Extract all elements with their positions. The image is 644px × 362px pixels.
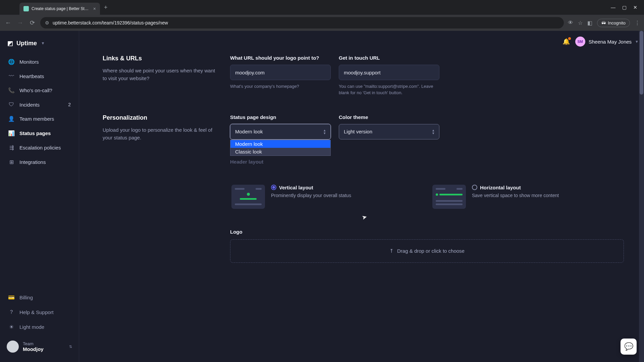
horizontal-layout-desc: Save vertical space to show more content [472,192,623,199]
back-button[interactable]: ← [4,19,12,26]
sidebar-item-label: Light mode [19,324,44,330]
sidebar-item-lightmode[interactable]: ☀Light mode [4,320,75,334]
sidebar-item-label: Team members [19,116,54,122]
url-text: uptime.betterstack.com/team/192396/statu… [53,20,168,25]
site-settings-icon[interactable]: ⚙ [45,20,49,25]
team-switcher[interactable]: Team Moodjoy ⇅ [4,337,75,356]
intercom-widget[interactable]: 💬 [621,339,637,355]
sidebar-item-monitors[interactable]: 🌐Monitors [4,55,75,69]
sidebar-item-heartbeats[interactable]: 〰Heartbeats [4,69,75,83]
horizontal-layout-thumb [432,185,466,209]
sidebar-item-team[interactable]: 👤Team members [4,112,75,126]
escalation-icon: ⇶ [8,144,15,151]
card-icon: 💳 [8,294,15,301]
sidebar-item-label: Who's on-call? [19,87,52,93]
logo-url-input[interactable] [230,65,331,80]
phone-icon: 📞 [8,87,15,94]
user-name: Sheena May Jones [589,39,632,45]
tab-favicon [23,6,29,11]
section-title-links: Links & URLs [103,55,217,62]
contact-url-label: Get in touch URL [339,55,439,61]
theme-select[interactable]: Light version ▴▾ [339,124,439,139]
address-bar[interactable]: ⚙ uptime.betterstack.com/team/192396/sta… [40,17,564,28]
dropdown-option-modern[interactable]: Modern look [230,140,330,148]
new-tab-button[interactable]: + [104,4,108,11]
incognito-icon: 🕶 [601,20,606,25]
dropzone-text: Drag & drop or click to choose [397,248,465,254]
chrome-menu-button[interactable]: ⋮ [635,20,640,26]
dropdown-option-classic[interactable]: Classic look [230,148,330,156]
brand-name: Uptime [16,40,37,47]
logo-dropzone[interactable]: ⤒ Drag & drop or click to choose [230,239,624,263]
logo-label: Logo [230,229,624,235]
close-window-button[interactable]: ✕ [633,5,637,10]
upload-icon: ⤒ [389,248,394,254]
sidebar-item-label: Escalation policies [19,145,61,150]
sidebar-item-integrations[interactable]: ⊞Integrations [4,155,75,169]
sun-icon: ☀ [8,324,15,330]
layout-option-horizontal[interactable]: Horizontal layout Save vertical space to… [431,183,624,210]
brand-switcher[interactable]: ◩ Uptime ▼ [4,37,75,55]
sidebar-item-incidents[interactable]: 🛡Incidents2 [4,98,75,111]
sidebar-item-label: Monitors [19,59,39,65]
sidebar-item-label: Incidents [19,102,40,108]
up-down-icon: ⇅ [69,345,72,349]
status-icon: 📊 [8,130,15,136]
brand-logo-icon: ◩ [7,40,13,47]
header-layout-label: Header layout [230,159,331,165]
theme-select-value: Light version [344,129,372,134]
notifications-button[interactable]: 🔔 [562,38,570,45]
forward-button[interactable]: → [16,19,24,26]
contact-url-input[interactable] [339,65,439,80]
incognito-indicator[interactable]: 🕶 Incognito [597,19,630,27]
sidebar-item-label: Billing [19,295,33,300]
team-name: Moodjoy [23,346,44,352]
section-desc-personalization: Upload your logo to personalize the look… [103,126,217,142]
sidebar-item-oncall[interactable]: 📞Who's on-call? [4,83,75,97]
design-select[interactable]: Modern look ▴▾ [230,124,331,139]
side-panel-icon[interactable]: ◧ [587,20,592,26]
team-avatar [7,341,19,353]
bookmark-icon[interactable]: ☆ [578,20,583,26]
contact-url-helper: You can use "mailto:support@stripe.com".… [339,83,439,96]
radio-checked-icon [271,185,276,190]
reload-button[interactable]: ⟳ [28,19,36,26]
maximize-button[interactable]: ▢ [622,5,627,10]
sidebar-item-label: Integrations [19,159,46,165]
logo-url-helper: What's your company's homepage? [230,83,331,90]
avatar: SM [575,37,585,47]
user-menu[interactable]: SM Sheena May Jones ▼ [575,37,639,47]
help-icon: ？ [8,309,15,316]
browser-tab[interactable]: Create status page | Better Stack × [19,3,100,15]
vertical-layout-desc: Prominently display your overall status [271,192,422,199]
close-tab-icon[interactable]: × [93,6,96,11]
hide-extension-icon[interactable]: 👁 [568,20,573,26]
radio-unchecked-icon [472,185,477,190]
select-arrows-icon: ▴▾ [324,129,326,135]
layout-option-vertical[interactable]: Vertical layout Prominently display your… [230,183,423,210]
sidebar-item-escalation[interactable]: ⇶Escalation policies [4,141,75,155]
incidents-badge: 2 [68,102,71,107]
sidebar-item-help[interactable]: ？Help & Support [4,305,75,319]
heartbeat-icon: 〰 [8,73,15,79]
sidebar-item-status-pages[interactable]: 📊Status pages [4,126,75,140]
user-icon: 👤 [8,116,15,122]
team-label: Team [23,341,44,346]
sidebar-item-label: Help & Support [19,309,54,315]
chevron-down-icon: ▼ [41,41,45,46]
minimize-button[interactable]: — [611,5,615,10]
incognito-label: Incognito [608,20,626,25]
page-scrollbar[interactable] [639,31,644,362]
design-label: Status page design [230,114,331,120]
design-select-value: Modern look [235,129,263,134]
sidebar-item-billing[interactable]: 💳Billing [4,291,75,304]
horizontal-layout-title: Horizontal layout [480,185,521,190]
scrollbar-thumb[interactable] [640,31,643,95]
vertical-layout-thumb [231,185,265,209]
vertical-layout-title: Vertical layout [279,185,313,190]
section-desc-links: Where should we point your users when th… [103,67,217,82]
chevron-down-icon: ▼ [635,40,639,44]
tab-title: Create status page | Better Stack [32,6,91,11]
sidebar-item-label: Heartbeats [19,73,44,79]
integrations-icon: ⊞ [8,159,15,165]
